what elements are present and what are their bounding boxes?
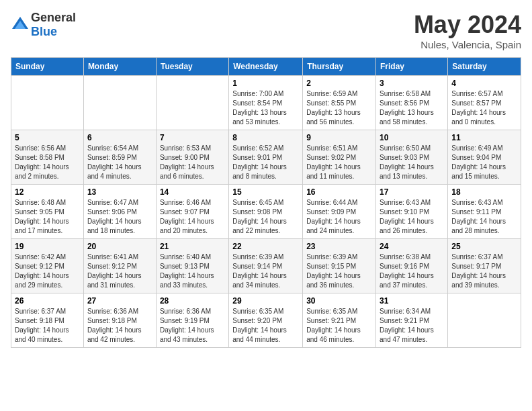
day-number: 5: [15, 133, 80, 142]
day-number: 16: [306, 187, 372, 197]
calendar-week-row: 12Sunrise: 6:48 AM Sunset: 9:05 PM Dayli…: [11, 185, 521, 239]
calendar-cell: 3Sunrise: 6:58 AM Sunset: 8:56 PM Daylig…: [376, 76, 448, 130]
calendar-cell: 13Sunrise: 6:47 AM Sunset: 9:06 PM Dayli…: [83, 185, 156, 239]
calendar-cell: 7Sunrise: 6:53 AM Sunset: 9:00 PM Daylig…: [156, 130, 228, 185]
calendar-cell: 1Sunrise: 7:00 AM Sunset: 8:54 PM Daylig…: [229, 76, 303, 130]
weekday-header-wednesday: Wednesday: [229, 58, 303, 76]
calendar-cell: 4Sunrise: 6:57 AM Sunset: 8:57 PM Daylig…: [448, 76, 521, 130]
calendar-cell: 11Sunrise: 6:49 AM Sunset: 9:04 PM Dayli…: [448, 130, 521, 185]
weekday-header-sunday: Sunday: [11, 58, 84, 76]
calendar-cell: 8Sunrise: 6:52 AM Sunset: 9:01 PM Daylig…: [229, 130, 303, 185]
logo-text-blue: Blue: [31, 25, 57, 38]
calendar-table: SundayMondayTuesdayWednesdayThursdayFrid…: [11, 57, 521, 348]
day-info: Sunrise: 6:40 AM Sunset: 9:13 PM Dayligh…: [160, 253, 225, 290]
day-number: 12: [15, 187, 80, 197]
calendar-cell: 6Sunrise: 6:54 AM Sunset: 8:59 PM Daylig…: [83, 130, 156, 185]
day-number: 17: [380, 187, 444, 197]
logo: General Blue: [11, 11, 76, 39]
day-info: Sunrise: 6:53 AM Sunset: 9:00 PM Dayligh…: [160, 144, 225, 181]
calendar-cell: 28Sunrise: 6:36 AM Sunset: 9:19 PM Dayli…: [156, 293, 228, 348]
calendar-cell: 29Sunrise: 6:35 AM Sunset: 9:20 PM Dayli…: [229, 293, 303, 348]
day-info: Sunrise: 6:39 AM Sunset: 9:14 PM Dayligh…: [232, 253, 299, 290]
day-number: 28: [160, 296, 225, 306]
day-info: Sunrise: 6:35 AM Sunset: 9:20 PM Dayligh…: [232, 307, 299, 345]
day-number: 19: [15, 242, 80, 251]
calendar-cell: [156, 76, 228, 130]
calendar-cell: 31Sunrise: 6:34 AM Sunset: 9:21 PM Dayli…: [376, 293, 448, 348]
day-number: 26: [15, 296, 80, 306]
day-info: Sunrise: 6:36 AM Sunset: 9:18 PM Dayligh…: [87, 307, 152, 345]
calendar-cell: 10Sunrise: 6:50 AM Sunset: 9:03 PM Dayli…: [376, 130, 448, 185]
calendar-cell: 26Sunrise: 6:37 AM Sunset: 9:18 PM Dayli…: [11, 293, 84, 348]
weekday-header-thursday: Thursday: [303, 58, 376, 76]
day-info: Sunrise: 6:58 AM Sunset: 8:56 PM Dayligh…: [380, 89, 444, 127]
calendar-cell: 15Sunrise: 6:45 AM Sunset: 9:08 PM Dayli…: [229, 185, 303, 239]
weekday-header-row: SundayMondayTuesdayWednesdayThursdayFrid…: [11, 58, 521, 76]
day-number: 24: [380, 242, 444, 251]
day-info: Sunrise: 6:43 AM Sunset: 9:10 PM Dayligh…: [380, 198, 444, 236]
weekday-header-tuesday: Tuesday: [156, 58, 228, 76]
calendar-week-row: 26Sunrise: 6:37 AM Sunset: 9:18 PM Dayli…: [11, 293, 521, 348]
day-info: Sunrise: 6:47 AM Sunset: 9:06 PM Dayligh…: [87, 198, 152, 236]
calendar-cell: [11, 76, 84, 130]
day-number: 3: [380, 79, 444, 88]
day-info: Sunrise: 6:59 AM Sunset: 8:55 PM Dayligh…: [306, 89, 372, 127]
day-number: 9: [306, 133, 372, 142]
day-number: 25: [451, 242, 517, 251]
day-number: 4: [451, 79, 517, 88]
day-info: Sunrise: 6:56 AM Sunset: 8:58 PM Dayligh…: [15, 144, 80, 181]
calendar-week-row: 19Sunrise: 6:42 AM Sunset: 9:12 PM Dayli…: [11, 239, 521, 293]
calendar-cell: 20Sunrise: 6:41 AM Sunset: 9:12 PM Dayli…: [83, 239, 156, 293]
day-number: 18: [451, 187, 517, 197]
weekday-header-monday: Monday: [83, 58, 156, 76]
day-info: Sunrise: 6:39 AM Sunset: 9:15 PM Dayligh…: [306, 253, 372, 290]
day-number: 7: [160, 133, 225, 142]
weekday-header-friday: Friday: [376, 58, 448, 76]
day-info: Sunrise: 6:34 AM Sunset: 9:21 PM Dayligh…: [380, 307, 444, 345]
day-number: 20: [87, 242, 152, 251]
day-info: Sunrise: 6:50 AM Sunset: 9:03 PM Dayligh…: [380, 144, 444, 181]
calendar-cell: 18Sunrise: 6:43 AM Sunset: 9:11 PM Dayli…: [448, 185, 521, 239]
day-info: Sunrise: 6:37 AM Sunset: 9:17 PM Dayligh…: [451, 253, 517, 290]
day-number: 10: [380, 133, 444, 142]
day-info: Sunrise: 6:42 AM Sunset: 9:12 PM Dayligh…: [15, 253, 80, 290]
day-info: Sunrise: 6:48 AM Sunset: 9:05 PM Dayligh…: [15, 198, 80, 236]
calendar-cell: 30Sunrise: 6:35 AM Sunset: 9:21 PM Dayli…: [303, 293, 376, 348]
weekday-header-saturday: Saturday: [448, 58, 521, 76]
day-info: Sunrise: 6:51 AM Sunset: 9:02 PM Dayligh…: [306, 144, 372, 181]
calendar-cell: [83, 76, 156, 130]
calendar-cell: 27Sunrise: 6:36 AM Sunset: 9:18 PM Dayli…: [83, 293, 156, 348]
calendar-cell: 23Sunrise: 6:39 AM Sunset: 9:15 PM Dayli…: [303, 239, 376, 293]
title-block: May 2024 Nules, Valencia, Spain: [414, 11, 521, 50]
calendar-cell: [448, 293, 521, 348]
day-info: Sunrise: 6:44 AM Sunset: 9:09 PM Dayligh…: [306, 198, 372, 236]
calendar-cell: 14Sunrise: 6:46 AM Sunset: 9:07 PM Dayli…: [156, 185, 228, 239]
day-info: Sunrise: 6:57 AM Sunset: 8:57 PM Dayligh…: [451, 89, 517, 127]
day-info: Sunrise: 6:49 AM Sunset: 9:04 PM Dayligh…: [451, 144, 517, 181]
day-number: 14: [160, 187, 225, 197]
day-number: 27: [87, 296, 152, 306]
calendar-cell: 21Sunrise: 6:40 AM Sunset: 9:13 PM Dayli…: [156, 239, 228, 293]
day-info: Sunrise: 6:54 AM Sunset: 8:59 PM Dayligh…: [87, 144, 152, 181]
calendar-cell: 24Sunrise: 6:38 AM Sunset: 9:16 PM Dayli…: [376, 239, 448, 293]
calendar-cell: 19Sunrise: 6:42 AM Sunset: 9:12 PM Dayli…: [11, 239, 84, 293]
calendar-cell: 9Sunrise: 6:51 AM Sunset: 9:02 PM Daylig…: [303, 130, 376, 185]
calendar-cell: 25Sunrise: 6:37 AM Sunset: 9:17 PM Dayli…: [448, 239, 521, 293]
calendar-cell: 12Sunrise: 6:48 AM Sunset: 9:05 PM Dayli…: [11, 185, 84, 239]
day-number: 13: [87, 187, 152, 197]
day-number: 31: [380, 296, 444, 306]
location-title: Nules, Valencia, Spain: [414, 39, 521, 50]
logo-text-general: General: [31, 11, 76, 24]
calendar-cell: 5Sunrise: 6:56 AM Sunset: 8:58 PM Daylig…: [11, 130, 84, 185]
day-number: 8: [232, 133, 299, 142]
calendar-cell: 22Sunrise: 6:39 AM Sunset: 9:14 PM Dayli…: [229, 239, 303, 293]
day-info: Sunrise: 6:43 AM Sunset: 9:11 PM Dayligh…: [451, 198, 517, 236]
calendar-cell: 17Sunrise: 6:43 AM Sunset: 9:10 PM Dayli…: [376, 185, 448, 239]
day-number: 30: [306, 296, 372, 306]
day-info: Sunrise: 6:36 AM Sunset: 9:19 PM Dayligh…: [160, 307, 225, 345]
logo-icon: [11, 15, 30, 34]
calendar-cell: 2Sunrise: 6:59 AM Sunset: 8:55 PM Daylig…: [303, 76, 376, 130]
day-info: Sunrise: 6:45 AM Sunset: 9:08 PM Dayligh…: [232, 198, 299, 236]
page-header: General Blue May 2024 Nules, Valencia, S…: [11, 11, 521, 50]
day-number: 23: [306, 242, 372, 251]
